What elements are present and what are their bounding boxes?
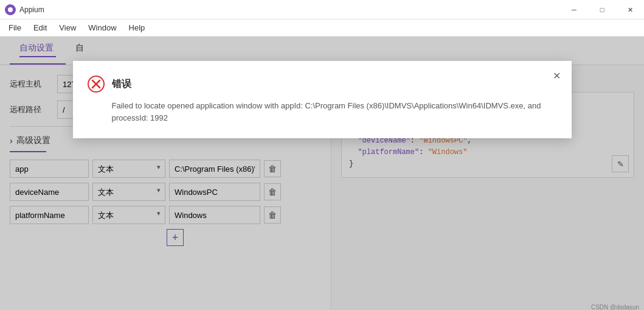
modal-close-button[interactable]: ✕ [550,68,564,83]
title-bar: Appium ─ □ ✕ [0,0,644,19]
menu-edit[interactable]: Edit [27,21,53,35]
modal-body: Failed to locate opened application wind… [88,100,557,124]
modal-overlay: 错误 Failed to locate opened application w… [0,37,644,310]
error-icon [88,76,105,93]
maximize-button[interactable]: □ [588,0,616,19]
modal-message: Failed to locate opened application wind… [112,101,541,122]
modal-header: 错误 [88,76,557,93]
menu-view[interactable]: View [53,21,82,35]
menu-file[interactable]: File [2,21,27,35]
app-title: Appium [19,5,44,14]
app-icon [5,4,16,15]
main-area: 自动设置 自 远程主机 远程窗口 远程路径 SSL [0,37,644,310]
menu-bar: File Edit View Window Help [0,19,644,37]
close-button[interactable]: ✕ [616,0,644,19]
menu-window[interactable]: Window [82,21,122,35]
modal-title: 错误 [112,78,131,91]
minimize-button[interactable]: ─ [560,0,588,19]
error-modal: 错误 Failed to locate opened application w… [73,61,572,138]
window-controls: ─ □ ✕ [560,0,644,19]
menu-help[interactable]: Help [123,21,151,35]
